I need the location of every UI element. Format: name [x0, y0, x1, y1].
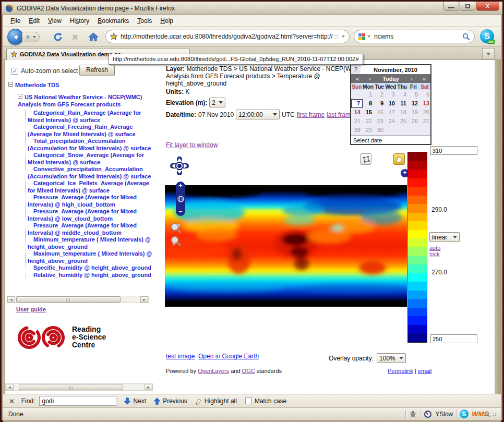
- calendar-day[interactable]: 7: [351, 99, 363, 108]
- collapse-icon[interactable]: [8, 82, 13, 87]
- user-guide-link[interactable]: User guide: [16, 306, 46, 312]
- url-dropdown-icon[interactable]: [342, 35, 345, 38]
- calendar-day[interactable]: 1: [363, 90, 374, 99]
- menu-view[interactable]: View: [44, 16, 66, 26]
- tree-node-branch[interactable]: US National Weather Service - NCEP(WMC) …: [18, 94, 148, 108]
- calendar-nav-button[interactable]: »: [418, 76, 430, 82]
- scrollbar-thumb[interactable]: |||: [16, 296, 121, 303]
- layer-tree-item[interactable]: Maximum_temperature ( Mixed Intervals) @…: [28, 250, 154, 264]
- calendar-day[interactable]: 22: [363, 117, 374, 126]
- zoom-control[interactable]: + −: [176, 182, 185, 216]
- layer-tree-item[interactable]: Categorical_Rain_Average (Average for Mi…: [28, 110, 154, 124]
- fit-layer-link[interactable]: Fit layer to window: [166, 141, 218, 149]
- minimize-button[interactable]: [443, 2, 459, 11]
- pan-control[interactable]: [169, 155, 190, 176]
- home-button[interactable]: [88, 31, 99, 43]
- layer-tree-item[interactable]: Specific_humidity @ height_above_ground: [28, 264, 154, 272]
- layer-tree-item[interactable]: Total_precipitation_Accumulation (Accumu…: [28, 138, 154, 152]
- calendar-day[interactable]: 3: [386, 90, 397, 99]
- tab-list-dropdown-button[interactable]: [482, 48, 495, 59]
- checkbox-icon[interactable]: [245, 397, 252, 404]
- scroll-left-arrow[interactable]: ◄: [7, 296, 15, 303]
- calendar-day[interactable]: 27: [420, 117, 431, 126]
- calendar-today-button[interactable]: Today: [376, 76, 405, 82]
- search-box[interactable]: ncwms: [354, 30, 475, 43]
- layer-tree-item[interactable]: Pressure_Average (Average for Mixed Inte…: [28, 194, 154, 208]
- calendar-day[interactable]: 21: [351, 117, 363, 126]
- calendar-day[interactable]: 10: [386, 99, 397, 108]
- menu-edit[interactable]: Edit: [25, 16, 44, 26]
- calendar-nav-button[interactable]: ›: [405, 76, 418, 82]
- colorbar-min-input[interactable]: [430, 334, 477, 343]
- menu-help[interactable]: Help: [156, 16, 177, 26]
- calendar-day[interactable]: 2: [374, 90, 386, 99]
- match-case-checkbox[interactable]: Match case: [245, 397, 286, 405]
- calendar-day[interactable]: 18: [397, 108, 409, 117]
- scroll-right-arrow[interactable]: ►: [140, 296, 148, 303]
- calendar-day[interactable]: 14: [351, 108, 363, 117]
- zoom-history-back-icon[interactable]: [170, 222, 183, 235]
- calendar-day[interactable]: 8: [363, 99, 374, 108]
- calendar-day[interactable]: 15: [363, 108, 374, 117]
- calendar-day[interactable]: 28: [351, 126, 363, 135]
- google-icon[interactable]: [358, 33, 365, 40]
- colorbar[interactable]: [407, 152, 427, 343]
- menu-tools[interactable]: Tools: [133, 16, 156, 26]
- find-previous-button[interactable]: Previous: [153, 397, 187, 405]
- zoom-world-button[interactable]: [177, 196, 184, 202]
- calendar-day[interactable]: 4: [397, 90, 409, 99]
- time-select[interactable]: 12:00:00: [236, 110, 280, 119]
- page-horizontal-scrollbar[interactable]: ◄ ||| ►: [5, 383, 153, 391]
- google-earth-link[interactable]: Open in Google Earth: [198, 353, 259, 360]
- calendar-day[interactable]: 19: [409, 108, 420, 117]
- collapse-icon[interactable]: [18, 94, 22, 99]
- autozoom-checkbox[interactable]: ✓: [11, 68, 18, 75]
- layer-tree-item[interactable]: Pressure_Average (Average for Mixed Inte…: [28, 222, 154, 236]
- layer-tree-item[interactable]: Categorical_Snow_Average (Average for Mi…: [28, 152, 154, 166]
- calendar-day[interactable]: 20: [420, 108, 431, 117]
- calendar-day[interactable]: 24: [386, 117, 397, 126]
- layer-tree-item[interactable]: Categorical_Freezing_Rain_Average (Avera…: [28, 124, 154, 138]
- zoom-out-button[interactable]: −: [178, 209, 183, 215]
- openlayers-link[interactable]: OpenLayers: [198, 368, 229, 374]
- skype-status-icon[interactable]: S: [460, 409, 469, 418]
- calendar-day[interactable]: 30: [374, 126, 386, 135]
- auto-scale-link[interactable]: auto: [429, 245, 440, 251]
- layer-tree-item[interactable]: Categorical_Ice_Pellets_Average (Average…: [28, 180, 154, 194]
- zoom-in-button[interactable]: +: [178, 183, 183, 189]
- yslow-label[interactable]: YSlow: [435, 411, 453, 418]
- back-button[interactable]: [7, 29, 23, 45]
- yslow-gauge-icon[interactable]: [424, 410, 432, 418]
- stop-button[interactable]: ×: [69, 31, 81, 43]
- refresh-button[interactable]: Refresh: [79, 65, 115, 76]
- calendar-day[interactable]: 13: [420, 99, 431, 108]
- opacity-select[interactable]: 100%: [377, 353, 406, 363]
- calendar-nav-button[interactable]: «: [351, 76, 364, 82]
- calendar-day[interactable]: 12: [409, 99, 420, 108]
- calendar-day[interactable]: 9: [374, 99, 386, 108]
- url-bar[interactable]: http://motherlode.ucar.edu:8080/thredds/…: [105, 30, 350, 43]
- layer-tree-item[interactable]: Pressure_Average (Average for Mixed Inte…: [28, 208, 154, 222]
- elevation-select[interactable]: 2: [209, 98, 225, 107]
- calendar-day[interactable]: 6: [420, 90, 431, 99]
- skype-toolbar-icon[interactable]: S123: [480, 29, 494, 43]
- wms-inspector-label[interactable]: WMS: [472, 410, 488, 418]
- reload-button[interactable]: [52, 31, 64, 43]
- world-map-image[interactable]: [165, 185, 407, 307]
- scrollbar-thumb[interactable]: |||: [19, 384, 123, 390]
- calendar-nav-button[interactable]: ‹: [364, 76, 376, 82]
- forward-button[interactable]: [22, 32, 40, 42]
- close-button[interactable]: X: [476, 2, 499, 11]
- calendar-day[interactable]: 29: [363, 126, 374, 135]
- firebug-icon[interactable]: [409, 410, 417, 418]
- permalink-link[interactable]: Permalink: [388, 368, 413, 374]
- sidebar-horizontal-scrollbar[interactable]: ◄ ||| ►: [7, 296, 149, 303]
- calendar-day[interactable]: 11: [397, 99, 409, 108]
- calendar-day[interactable]: 5: [409, 90, 420, 99]
- ogc-link[interactable]: OGC: [242, 368, 255, 374]
- findbar-close-button[interactable]: ×: [9, 396, 14, 405]
- first-frame-link[interactable]: first frame: [297, 111, 325, 118]
- resize-grip[interactable]: [491, 412, 497, 417]
- url-text[interactable]: http://motherlode.ucar.edu:8080/thredds/…: [121, 33, 333, 40]
- colorbar-max-input[interactable]: [430, 146, 477, 155]
